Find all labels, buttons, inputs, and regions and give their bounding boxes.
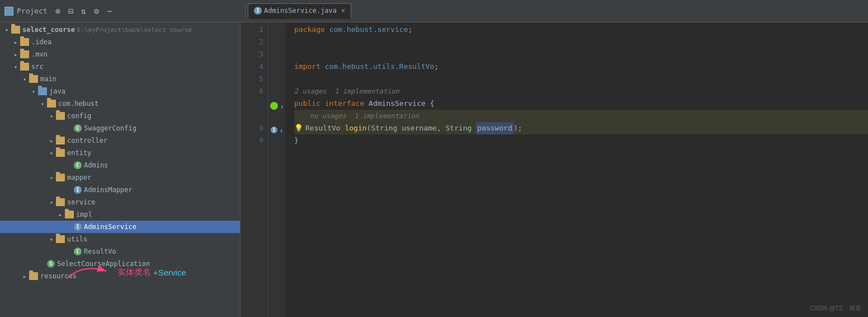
code-editor[interactable]: package com.hebust.service ; import com.… — [285, 22, 868, 317]
tree-label-src: src — [31, 63, 44, 71]
tree-arrow-controller — [47, 138, 56, 144]
line-num-8: 8 — [240, 122, 263, 134]
code-line-4: import com.hebust.utils.ResultVo ; — [294, 60, 868, 73]
folder-icon-entity — [56, 149, 65, 157]
folder-icon-com-hebust — [47, 100, 56, 108]
tree-item-resultvo[interactable]: C ResultVo — [0, 245, 240, 258]
gutter-5 — [268, 73, 285, 85]
tree-item-src[interactable]: src — [0, 60, 240, 73]
tree-item-impl[interactable]: impl — [0, 208, 240, 221]
file-icon-selectcourseapp: G — [47, 260, 55, 268]
tree-item-adminsmapper[interactable]: I AdminsMapper — [0, 184, 240, 196]
tree-arrow-service — [47, 199, 56, 206]
bulb-icon[interactable]: 💡 — [294, 122, 303, 134]
editor-content: 1 2 3 4 5 6 8 9 — [240, 22, 868, 317]
title-bar-icons: ⊕ ⊟ ⇅ ⚙ − — [55, 6, 112, 16]
folder-icon-config — [56, 112, 65, 120]
tree-arrow-resources — [20, 273, 29, 279]
tree-arrow-mvn — [11, 52, 20, 58]
tree-item-utils[interactable]: utils — [0, 233, 240, 245]
tree-label-swaggerconfig: SwaggerConfig — [84, 124, 136, 132]
tree-item-java[interactable]: java — [0, 85, 240, 97]
tree-item-adminsservice[interactable]: I AdminsService — [0, 221, 240, 233]
code-block-7: no usages 1 implementation 💡 ResultVo lo… — [294, 110, 868, 134]
project-panel: select_course E:\myProject\back\select_c… — [0, 22, 240, 317]
collapse-icon[interactable]: ⊟ — [68, 6, 73, 16]
tab-admins-service[interactable]: I AdminsService.java × — [248, 3, 351, 19]
tree-label-mapper: mapper — [67, 174, 91, 181]
line-num-6: 6 — [240, 85, 263, 97]
folder-icon-src — [20, 63, 29, 71]
folder-icon-java — [38, 87, 47, 95]
tree-arrow-root — [2, 27, 11, 33]
hint-line-7: no usages 1 implementation — [294, 110, 868, 122]
param-password: password — [476, 122, 513, 134]
folder-icon-utils — [56, 235, 65, 243]
line-numbers: 1 2 3 4 5 6 8 9 — [240, 22, 268, 317]
file-tree[interactable]: select_course E:\myProject\back\select_c… — [0, 22, 240, 317]
hint-line-6: 2 usages 1 implementation — [294, 85, 868, 97]
tree-item-resources[interactable]: resources — [0, 270, 240, 282]
file-icon-swaggerconfig: C — [74, 124, 82, 132]
code-line-1: package com.hebust.service ; — [294, 24, 868, 36]
project-icon — [4, 7, 13, 16]
tree-path-root: E:\myProject\back\select_course — [77, 26, 192, 34]
tree-item-idea[interactable]: .idea — [0, 36, 240, 48]
file-icon-adminsservice: I — [74, 223, 82, 231]
code-line-7: 💡 ResultVo login ( String username, Stri… — [294, 122, 868, 134]
file-icon-adminsmapper: I — [74, 186, 82, 194]
gutter-6[interactable]: ↓ — [268, 85, 285, 110]
gutter-2 — [268, 36, 285, 48]
implementation-icon — [270, 102, 278, 110]
gutter-7[interactable]: I ↓ — [268, 110, 285, 134]
tree-label-admins: Admins — [84, 161, 108, 169]
tree-label-config: config — [67, 112, 91, 120]
tree-item-main[interactable]: main — [0, 73, 240, 85]
minimize-icon[interactable]: − — [107, 6, 112, 16]
line-num-2: 2 — [240, 36, 263, 48]
folder-icon-resources — [29, 272, 38, 280]
tree-item-service[interactable]: service — [0, 196, 240, 208]
tree-arrow-utils — [47, 236, 56, 243]
settings-icon[interactable]: ⚙ — [94, 6, 99, 16]
gutter-arrow-6: ↓ — [280, 103, 284, 109]
tree-item-com-hebust[interactable]: com.hebust — [0, 97, 240, 110]
tree-label-controller: controller — [67, 137, 107, 144]
tree-item-admins[interactable]: C Admins — [0, 159, 240, 171]
tree-item-mvn[interactable]: .mvn — [0, 48, 240, 60]
tree-arrow-src — [11, 64, 20, 70]
tree-arrow-main — [20, 76, 29, 82]
tree-item-config[interactable]: config — [0, 110, 240, 122]
tree-label-com-hebust: com.hebust — [58, 100, 98, 108]
line-num-3: 3 — [240, 48, 263, 60]
tree-item-mapper[interactable]: mapper — [0, 171, 240, 184]
tree-label-resources: resources — [40, 272, 77, 280]
tree-item-root[interactable]: select_course E:\myProject\back\select_c… — [0, 24, 240, 36]
tree-label-adminsservice: AdminsService — [84, 223, 136, 231]
tree-item-selectcourseapp[interactable]: G SelectCourseApplication — [0, 258, 240, 270]
tree-label-selectcourseapp: SelectCourseApplication — [57, 260, 150, 268]
line-num-5: 5 — [240, 73, 263, 85]
folder-icon-mapper — [56, 174, 65, 181]
main-layout: select_course E:\myProject\back\select_c… — [0, 22, 868, 317]
pkg-name: com.hebust.service — [329, 24, 408, 36]
tree-label-adminsmapper: AdminsMapper — [84, 186, 133, 194]
code-line-2 — [294, 36, 868, 48]
tree-item-swaggerconfig[interactable]: C SwaggerConfig — [0, 122, 240, 134]
tree-item-controller[interactable]: controller — [0, 134, 240, 147]
gutter-impl-icon: I — [271, 127, 277, 133]
return-type: ResultVo — [305, 122, 341, 134]
tab-close-icon[interactable]: × — [341, 7, 345, 15]
tree-arrow-config — [47, 113, 56, 119]
gutter-8 — [268, 134, 285, 147]
method-name: login — [345, 122, 366, 134]
title-bar: Project ⊕ ⊟ ⇅ ⚙ − I AdminsService.java × — [0, 0, 868, 22]
gutter-9 — [268, 147, 285, 159]
structure-icon[interactable]: ⊕ — [55, 6, 60, 16]
sort-icon[interactable]: ⇅ — [81, 6, 86, 16]
tree-item-entity[interactable]: entity — [0, 147, 240, 159]
tree-label-mvn: .mvn — [31, 50, 48, 58]
folder-icon-service — [56, 198, 65, 206]
panel-header-label: Project — [17, 7, 48, 15]
code-line-3 — [294, 48, 868, 60]
